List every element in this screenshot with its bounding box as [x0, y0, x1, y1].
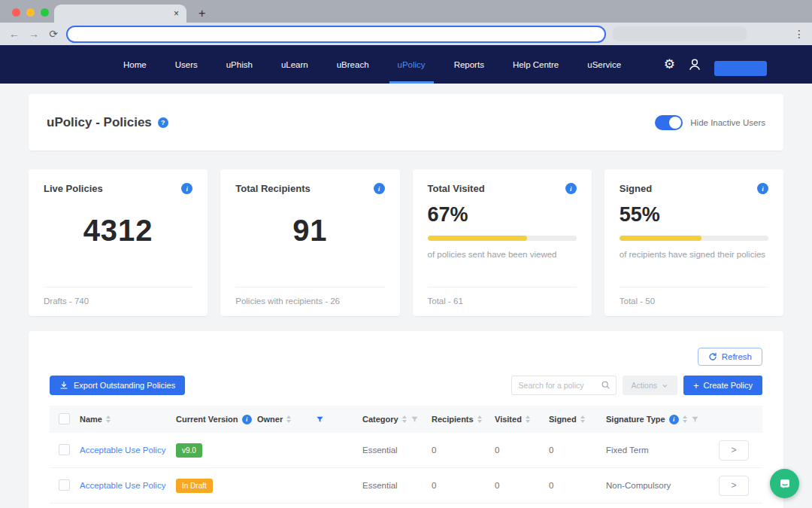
- stat-caption: of policies sent have been viewed: [428, 248, 577, 261]
- stat-footer: Total - 50: [620, 287, 768, 306]
- stat-value: 4312: [44, 214, 192, 248]
- visited-cell: 0: [495, 446, 549, 455]
- policy-name-link[interactable]: Acceptable Use Policy: [80, 481, 165, 490]
- recipients-cell: 0: [432, 446, 495, 455]
- actions-button[interactable]: Actions: [623, 376, 677, 395]
- progress-fill: [620, 236, 701, 241]
- nav-item-uphish[interactable]: uPhish: [212, 45, 267, 84]
- sort-icon[interactable]: [683, 415, 687, 423]
- column-signed[interactable]: Signed: [549, 415, 577, 424]
- nav-right-group: ⚙: [664, 53, 812, 76]
- refresh-icon: [708, 352, 717, 361]
- settings-gear-icon[interactable]: ⚙: [664, 58, 675, 71]
- info-icon[interactable]: i: [181, 183, 192, 194]
- info-icon[interactable]: i: [669, 415, 679, 424]
- stat-footer: Policies with recipients - 26: [235, 287, 384, 306]
- sort-icon[interactable]: [402, 415, 407, 423]
- recipients-cell: 0: [432, 481, 495, 490]
- browser-toolbar: ← → ⟳ ⋮: [0, 23, 812, 45]
- nav-item-reports[interactable]: Reports: [440, 45, 498, 84]
- refresh-button[interactable]: Refresh: [698, 348, 762, 366]
- nav-item-home[interactable]: Home: [109, 45, 161, 84]
- info-icon[interactable]: i: [242, 415, 252, 424]
- toggle-label: Hide Inactive Users: [690, 118, 765, 127]
- row-expand-button[interactable]: >: [719, 476, 749, 496]
- chevron-down-icon: [662, 382, 668, 389]
- info-icon[interactable]: i: [374, 183, 385, 194]
- column-recipients[interactable]: Recipients: [432, 415, 474, 424]
- row-expand-button[interactable]: >: [719, 440, 749, 461]
- column-name[interactable]: Name: [80, 415, 102, 424]
- browser-menu-icon[interactable]: ⋮: [794, 28, 804, 40]
- signature-type-cell: Non-Compulsory: [606, 481, 719, 490]
- stat-card-live-policies: Live Policies i 4312 Drafts - 740: [29, 169, 208, 316]
- column-owner[interactable]: Owner: [257, 415, 283, 424]
- help-icon[interactable]: ?: [158, 117, 168, 128]
- maximize-window-button[interactable]: [41, 8, 49, 17]
- nav-item-ubreach[interactable]: uBreach: [323, 45, 383, 84]
- progress-fill: [428, 236, 528, 241]
- back-icon[interactable]: ←: [8, 28, 21, 40]
- row-checkbox[interactable]: [59, 444, 70, 455]
- table-header-row: Name Current Versioni Owner Category Rec…: [50, 406, 762, 433]
- chat-widget-button[interactable]: [770, 469, 799, 498]
- sort-icon[interactable]: [477, 415, 482, 423]
- toggle-knob: [669, 117, 681, 129]
- table-toolbar: Export Outstanding Policies Actions + Cr…: [50, 376, 762, 395]
- table-row: Acceptable Use Policy In Draft Essential…: [50, 468, 762, 503]
- column-current-version: Current Version: [176, 415, 238, 424]
- forward-icon[interactable]: →: [27, 28, 41, 40]
- create-policy-button[interactable]: + Create Policy: [683, 376, 762, 395]
- stat-title: Live Policies: [44, 183, 103, 194]
- version-badge: In Draft: [176, 479, 213, 493]
- policies-table-card: Refresh Export Outstanding Policies Acti…: [29, 331, 783, 508]
- sort-icon[interactable]: [286, 415, 291, 423]
- column-visited[interactable]: Visited: [495, 415, 522, 424]
- category-cell: Essential: [362, 481, 432, 490]
- nav-item-uservice[interactable]: uService: [573, 45, 635, 84]
- sort-icon[interactable]: [526, 415, 530, 423]
- select-all-checkbox[interactable]: [59, 413, 70, 424]
- nav-item-help-centre[interactable]: Help Centre: [498, 45, 573, 84]
- filter-funnel-icon[interactable]: [411, 415, 419, 424]
- nav-cta-button[interactable]: [714, 61, 767, 76]
- address-bar[interactable]: [66, 26, 606, 43]
- policy-name-link[interactable]: Acceptable Use Policy: [80, 446, 165, 455]
- stats-row: Live Policies i 4312 Drafts - 740 Total …: [29, 169, 783, 316]
- progress-bar: [428, 236, 577, 241]
- stat-value: 91: [235, 214, 384, 248]
- header-right-group: Hide Inactive Users: [655, 115, 765, 130]
- stat-footer: Drafts - 740: [44, 287, 192, 306]
- stat-title: Signed: [620, 183, 652, 194]
- info-icon[interactable]: i: [565, 183, 577, 194]
- signature-type-cell: Fixed Term: [606, 446, 719, 455]
- column-signature-type: Signature Type: [606, 415, 665, 424]
- secondary-omnibox-pill[interactable]: [612, 26, 747, 41]
- sort-icon[interactable]: [106, 415, 111, 423]
- minimize-window-button[interactable]: [26, 8, 35, 17]
- row-checkbox[interactable]: [59, 479, 70, 491]
- hide-inactive-users-toggle[interactable]: [655, 115, 683, 130]
- stat-card-total-recipients: Total Recipients i 91 Policies with reci…: [220, 169, 399, 316]
- page-title: uPolicy - Policies ?: [47, 115, 168, 130]
- download-icon: [59, 381, 68, 390]
- window-controls: [12, 8, 49, 17]
- table-row: Acceptable Use Policy v9.0 Essential 0 0…: [50, 433, 762, 468]
- visited-cell: 0: [495, 481, 549, 490]
- filter-funnel-icon[interactable]: [691, 415, 699, 424]
- export-outstanding-policies-button[interactable]: Export Outstanding Policies: [50, 376, 185, 395]
- user-profile-icon[interactable]: [687, 57, 702, 72]
- close-window-button[interactable]: [12, 8, 20, 17]
- column-category[interactable]: Category: [362, 415, 398, 424]
- browser-tab[interactable]: ×: [54, 5, 186, 23]
- progress-bar: [620, 236, 768, 241]
- nav-item-users[interactable]: Users: [161, 45, 212, 84]
- nav-item-ulearn[interactable]: uLearn: [267, 45, 323, 84]
- sort-icon[interactable]: [580, 415, 585, 423]
- info-icon[interactable]: i: [757, 183, 768, 194]
- filter-funnel-icon-active[interactable]: [316, 415, 324, 424]
- nav-item-upolicy[interactable]: uPolicy: [383, 45, 440, 84]
- reload-icon[interactable]: ⟳: [47, 28, 60, 40]
- new-tab-button[interactable]: +: [198, 5, 205, 23]
- tab-close-icon[interactable]: ×: [174, 9, 179, 18]
